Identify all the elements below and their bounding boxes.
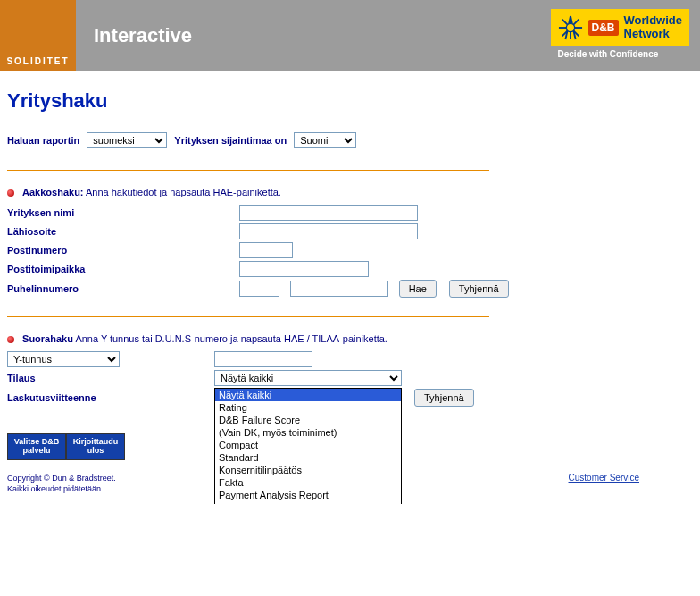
order-option[interactable]: (Vain DK, myös toiminimet) xyxy=(215,426,401,439)
logout-button[interactable]: Kirjoittaudu ulos xyxy=(66,433,125,460)
customer-service-link[interactable]: Customer Service xyxy=(569,473,639,483)
input-id-value[interactable] xyxy=(214,351,312,367)
label-ref: Laskutusviitteenne xyxy=(7,392,214,403)
sun-icon xyxy=(558,15,583,40)
label-street: Lähiosoite xyxy=(7,226,239,237)
bullet-icon xyxy=(7,336,14,343)
row-phone: Puhelinnumero - Hae Tyhjennä xyxy=(7,280,693,298)
order-option[interactable]: D&B Failure Score xyxy=(215,414,401,426)
dnb-text: Worldwide Network xyxy=(624,14,682,40)
country-select[interactable]: Suomi xyxy=(294,132,356,148)
order-option[interactable]: Tilinpäätös (Ruotsalaiset yhtiöt) xyxy=(215,501,401,504)
row-company-name: Yrityksen nimi xyxy=(7,205,693,221)
order-dropdown-open: Näytä kaikki Rating D&B Failure Score (V… xyxy=(214,388,402,504)
order-option[interactable]: Compact xyxy=(215,439,401,451)
phone-sep: - xyxy=(283,283,287,294)
order-option[interactable]: Näytä kaikki xyxy=(215,389,401,401)
input-company-name[interactable] xyxy=(239,205,418,221)
input-postcode[interactable] xyxy=(239,242,293,258)
choose-service-button[interactable]: Valitse D&B palvelu xyxy=(7,433,66,460)
report-lang-select[interactable]: suomeksi xyxy=(87,132,167,148)
input-city[interactable] xyxy=(239,261,369,277)
dnb-square: D&B xyxy=(588,20,619,36)
svg-point-6 xyxy=(566,23,574,31)
report-lang-label: Haluan raportin xyxy=(7,135,79,146)
order-select[interactable]: Näytä kaikki xyxy=(214,370,402,386)
order-option[interactable]: Konsernitilinpäätös xyxy=(215,464,401,476)
bullet-icon xyxy=(7,189,14,197)
alpha-heading: Aakkoshaku: Anna hakutiedot ja napsauta … xyxy=(7,187,693,197)
row-id: Y-tunnus xyxy=(7,351,693,367)
row-street: Lähiosoite xyxy=(7,223,693,239)
app-header: SOLIDITET Interactive D&B Worldwide Netw… xyxy=(0,0,700,71)
order-select-wrap: Näytä kaikki Näytä kaikki Rating D&B Fai… xyxy=(214,370,402,386)
divider xyxy=(7,316,489,317)
label-company-name: Yrityksen nimi xyxy=(7,207,239,218)
order-option[interactable]: Standard xyxy=(215,451,401,464)
row-postcode: Postinumero xyxy=(7,242,693,258)
label-postcode: Postinumero xyxy=(7,245,239,256)
input-phone-number[interactable] xyxy=(290,281,388,297)
order-option[interactable]: Rating xyxy=(215,401,401,414)
clear-button-alpha[interactable]: Tyhjennä xyxy=(449,280,509,298)
order-option[interactable]: Payment Analysis Report xyxy=(215,489,401,501)
alpha-heading-bold: Aakkoshaku: xyxy=(22,187,83,197)
label-order: Tilaus xyxy=(7,373,214,383)
dnb-badge-top: D&B Worldwide Network xyxy=(551,9,689,46)
dnb-badge: D&B Worldwide Network Decide with Confid… xyxy=(551,9,689,63)
label-city: Postitoimipaikka xyxy=(7,264,239,274)
logo-text: SOLIDITET xyxy=(6,56,69,66)
order-option[interactable]: Fakta xyxy=(215,476,401,489)
dnb-line2: Network xyxy=(624,28,682,40)
direct-heading: Suorahaku Anna Y-tunnus tai D.U.N.S-nume… xyxy=(7,333,693,344)
direct-heading-bold: Suorahaku xyxy=(22,333,73,344)
divider xyxy=(7,170,489,171)
content: Yrityshaku Haluan raportin suomeksi Yrit… xyxy=(0,71,700,504)
row-city: Postitoimipaikka xyxy=(7,261,693,277)
dnb-tagline: Decide with Confidence xyxy=(551,46,689,63)
soliditet-logo: SOLIDITET xyxy=(0,0,76,71)
direct-heading-rest: Anna Y-tunnus tai D.U.N.S-numero ja naps… xyxy=(75,333,388,344)
alpha-heading-rest: Anna hakutiedot ja napsauta HAE-painiket… xyxy=(86,187,281,197)
id-type-select[interactable]: Y-tunnus xyxy=(7,351,120,367)
input-street[interactable] xyxy=(239,223,418,239)
country-label: Yrityksen sijaintimaa on xyxy=(174,135,287,146)
clear-button-direct[interactable]: Tyhjennä xyxy=(414,389,474,407)
row-order: Tilaus Näytä kaikki Näytä kaikki Rating … xyxy=(7,370,693,386)
label-phone: Puhelinnumero xyxy=(7,283,239,294)
top-filter-row: Haluan raportin suomeksi Yrityksen sijai… xyxy=(7,132,693,148)
dnb-line1: Worldwide xyxy=(624,14,682,27)
header-title: Interactive xyxy=(94,24,192,47)
search-button[interactable]: Hae xyxy=(399,280,437,298)
input-phone-prefix[interactable] xyxy=(239,281,279,297)
header-main: Interactive D&B Worldwide Network Decid xyxy=(76,0,700,71)
page-title: Yrityshaku xyxy=(7,89,693,113)
